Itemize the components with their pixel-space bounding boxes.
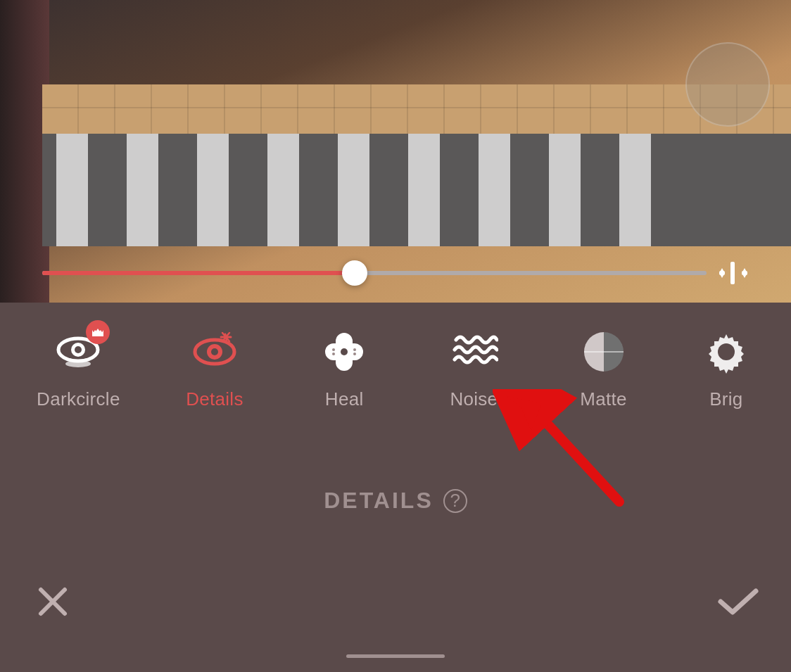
cancel-button[interactable] — [28, 577, 77, 626]
svg-point-23 — [332, 348, 335, 351]
matte-icon-wrap — [576, 324, 632, 380]
crossing-stripe — [619, 134, 651, 246]
svg-point-26 — [353, 353, 356, 355]
scene-crossing — [42, 134, 791, 246]
crossing-stripe — [197, 134, 229, 246]
photo-editor-canvas — [0, 0, 791, 303]
crossing-stripe — [479, 134, 510, 246]
crossing-stripe — [267, 134, 299, 246]
noise-icon — [449, 327, 498, 376]
action-row — [0, 577, 791, 654]
tool-brig[interactable]: Brig — [698, 324, 754, 410]
help-button[interactable]: ? — [443, 489, 467, 513]
tools-row: Darkcircle — [0, 303, 791, 424]
details-title: DETAILS — [324, 488, 434, 514]
compare-icon[interactable] — [718, 258, 749, 289]
cancel-icon — [35, 584, 70, 619]
svg-point-13 — [211, 348, 218, 355]
svg-marker-4 — [742, 268, 747, 278]
svg-point-25 — [353, 348, 356, 351]
crown-icon — [91, 327, 104, 337]
tool-heal[interactable]: Heal — [309, 324, 379, 410]
tool-noise[interactable]: Noise — [438, 324, 509, 410]
crossing-stripe — [549, 134, 581, 246]
heal-icon-wrap — [316, 324, 372, 380]
slider-track[interactable] — [42, 271, 707, 275]
svg-point-8 — [65, 360, 91, 367]
svg-point-22 — [341, 348, 348, 355]
svg-rect-1 — [730, 262, 735, 284]
crossing-stripe — [127, 134, 158, 246]
crossing-stripe — [408, 134, 440, 246]
heal-label: Heal — [325, 388, 364, 410]
heal-icon — [319, 327, 369, 376]
crossing-stripe — [338, 134, 369, 246]
bottom-panel: Darkcircle — [0, 303, 791, 672]
tool-darkcircle[interactable]: Darkcircle — [37, 324, 120, 410]
tool-matte[interactable]: Matte — [569, 324, 639, 410]
svg-point-7 — [75, 346, 82, 353]
brig-icon — [702, 327, 751, 376]
brig-icon-wrap — [698, 324, 754, 380]
crown-badge — [86, 320, 110, 344]
darkcircle-icon-wrap — [50, 324, 106, 380]
crossing-stripe — [56, 134, 88, 246]
details-label: Details — [186, 388, 243, 410]
brig-label: Brig — [709, 388, 742, 410]
svg-point-30 — [718, 343, 735, 360]
comparison-slider[interactable] — [42, 258, 749, 289]
scene-overlay-circle — [685, 42, 770, 127]
home-indicator — [346, 654, 445, 658]
svg-point-24 — [332, 353, 335, 355]
darkcircle-label: Darkcircle — [37, 388, 120, 410]
tool-details[interactable]: Details — [179, 324, 250, 410]
confirm-button[interactable] — [714, 577, 763, 626]
noise-label: Noise — [450, 388, 498, 410]
details-icon — [190, 327, 239, 376]
matte-icon — [579, 327, 628, 376]
confirm-icon — [717, 584, 759, 619]
slider-fill — [42, 271, 355, 275]
noise-icon-wrap — [445, 324, 502, 380]
details-icon-wrap — [186, 324, 243, 380]
details-section: DETAILS ? — [0, 424, 791, 577]
matte-label: Matte — [580, 388, 627, 410]
slider-thumb[interactable] — [342, 260, 367, 286]
svg-marker-3 — [719, 268, 725, 278]
